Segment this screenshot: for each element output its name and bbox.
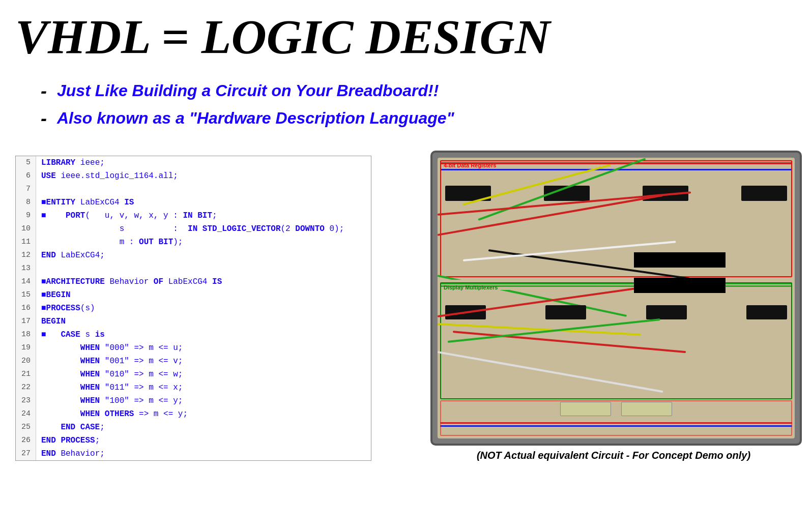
code-line-22: 22 WHEN "011" => m <= x; xyxy=(16,381,371,394)
line-content-21: WHEN "010" => m <= w; xyxy=(36,368,183,381)
dash-2: - xyxy=(41,108,47,129)
ic-row-1 xyxy=(445,186,787,201)
code-line-19: 19 WHEN "000" => m <= u; xyxy=(16,341,371,355)
subtitle-section: - Just Like Building a Circuit on Your B… xyxy=(0,69,812,140)
red-box-bottom xyxy=(440,400,792,436)
line-content-16: ■PROCESS(s) xyxy=(36,302,95,315)
red-box-top: 4-bit Data Registers xyxy=(440,160,792,277)
code-line-16: 16 ■PROCESS(s) xyxy=(16,302,371,315)
line-num-27: 27 xyxy=(16,447,36,460)
red-box-label: 4-bit Data Registers xyxy=(444,162,496,168)
line-num-20: 20 xyxy=(16,355,36,368)
line-content-9: ■ PORT( u, v, w, x, y : IN BIT; xyxy=(36,209,217,222)
line-content-27: END Behavior; xyxy=(36,447,105,460)
main-title: VHDL = LOGIC DESIGN xyxy=(0,0,812,69)
ic-chip-5 xyxy=(445,305,486,319)
code-line-17: 17 BEGIN xyxy=(16,315,371,328)
equals-bar-bottom xyxy=(634,278,726,293)
code-line-27: 27 END Behavior; xyxy=(16,447,371,460)
subtitle-line-2: - Also known as a "Hardware Description … xyxy=(41,108,771,129)
line-content-13 xyxy=(36,262,46,275)
breadboard-body: 4-bit Data Registers xyxy=(438,158,795,438)
line-num-25: 25 xyxy=(16,421,36,434)
code-line-20: 20 WHEN "001" => m <= v; xyxy=(16,355,371,368)
code-line-7: 7 xyxy=(16,183,371,196)
ic-chip-2 xyxy=(544,186,590,201)
code-panel: 5 LIBRARY ieee; 6 USE ieee.std_logic_116… xyxy=(15,156,371,461)
line-content-24: WHEN OTHERS => m <= y; xyxy=(36,407,188,421)
ic-chip-7 xyxy=(646,305,687,319)
line-content-14: ■ARCHITECTURE Behavior OF LabExCG4 IS xyxy=(36,275,222,288)
line-content-17: BEGIN xyxy=(36,315,66,328)
line-num-7: 7 xyxy=(16,183,36,196)
equals-bar-top xyxy=(634,252,726,268)
line-content-19: WHEN "000" => m <= u; xyxy=(36,341,183,355)
line-num-5: 5 xyxy=(16,156,36,169)
line-num-6: 6 xyxy=(16,169,36,183)
breadboard-image: 4-bit Data Registers xyxy=(430,151,802,446)
ic-chip-8 xyxy=(746,305,787,319)
equals-symbol xyxy=(634,252,726,293)
line-content-6: USE ieee.std_logic_1164.all; xyxy=(36,169,178,183)
line-num-22: 22 xyxy=(16,381,36,394)
code-line-24: 24 WHEN OTHERS => m <= y; xyxy=(16,407,371,421)
breadboard-container: 4-bit Data Registers xyxy=(430,151,797,465)
line-num-18: 18 xyxy=(16,328,36,341)
line-content-26: END PROCESS; xyxy=(36,434,100,447)
line-num-13: 13 xyxy=(16,262,36,275)
subtitle-text-1: Just Like Building a Circuit on Your Bre… xyxy=(57,81,439,100)
line-num-8: 8 xyxy=(16,196,36,209)
line-num-23: 23 xyxy=(16,394,36,407)
ic-chip-3 xyxy=(643,186,688,201)
line-content-23: WHEN "100" => m <= y; xyxy=(36,394,183,407)
line-num-14: 14 xyxy=(16,275,36,288)
line-num-24: 24 xyxy=(16,407,36,421)
line-num-11: 11 xyxy=(16,236,36,249)
dash-1: - xyxy=(41,80,47,102)
line-content-20: WHEN "001" => m <= v; xyxy=(36,355,183,368)
caption-area: (NOT Actual equivalent Circuit - For Con… xyxy=(430,446,797,465)
line-num-16: 16 xyxy=(16,302,36,315)
code-line-21: 21 WHEN "010" => m <= w; xyxy=(16,368,371,381)
code-line-6: 6 USE ieee.std_logic_1164.all; xyxy=(16,169,371,183)
code-line-18: 18 ■ CASE s is xyxy=(16,328,371,341)
line-num-10: 10 xyxy=(16,222,36,236)
line-num-9: 9 xyxy=(16,209,36,222)
content-area: 5 LIBRARY ieee; 6 USE ieee.std_logic_116… xyxy=(0,151,812,466)
line-num-17: 17 xyxy=(16,315,36,328)
line-content-10: s : IN STD_LOGIC_VECTOR(2 DOWNTO 0); xyxy=(36,222,344,236)
code-line-8: 8 ■ENTITY LabExCG4 IS xyxy=(16,196,371,209)
line-num-12: 12 xyxy=(16,249,36,262)
ic-chip-6 xyxy=(545,305,586,319)
code-line-5: 5 LIBRARY ieee; xyxy=(16,156,371,169)
line-content-22: WHEN "011" => m <= x; xyxy=(36,381,183,394)
code-line-15: 15 ■BEGIN xyxy=(16,288,371,302)
line-content-12: END LabExCG4; xyxy=(36,249,105,262)
code-line-14: 14 ■ARCHITECTURE Behavior OF LabExCG4 IS xyxy=(16,275,371,288)
code-line-11: 11 m : OUT BIT); xyxy=(16,236,371,249)
green-box-label: Display Multiplexers xyxy=(444,284,498,290)
code-line-9: 9 ■ PORT( u, v, w, x, y : IN BIT; xyxy=(16,209,371,222)
line-num-21: 21 xyxy=(16,368,36,381)
line-content-8: ■ENTITY LabExCG4 IS xyxy=(36,196,134,209)
line-content-25: END CASE; xyxy=(36,421,105,434)
ic-chip-4 xyxy=(741,186,787,201)
line-content-18: ■ CASE s is xyxy=(36,328,105,341)
code-line-12: 12 END LabExCG4; xyxy=(16,249,371,262)
ic-row-2 xyxy=(445,305,787,319)
line-content-5: LIBRARY ieee; xyxy=(36,156,105,169)
subtitle-text-2: Also known as a "Hardware Description La… xyxy=(57,109,454,128)
subtitle-line-1: - Just Like Building a Circuit on Your B… xyxy=(41,80,771,102)
code-line-10: 10 s : IN STD_LOGIC_VECTOR(2 DOWNTO 0); xyxy=(16,222,371,236)
code-line-13: 13 xyxy=(16,262,371,275)
line-content-15: ■BEGIN xyxy=(36,288,71,302)
code-line-26: 26 END PROCESS; xyxy=(16,434,371,447)
line-num-15: 15 xyxy=(16,288,36,302)
code-line-25: 25 END CASE; xyxy=(16,421,371,434)
line-num-19: 19 xyxy=(16,341,36,355)
ic-chip-1 xyxy=(445,186,491,201)
green-box: Display Multiplexers xyxy=(440,282,792,399)
code-line-23: 23 WHEN "100" => m <= y; xyxy=(16,394,371,407)
line-content-11: m : OUT BIT); xyxy=(36,236,183,249)
line-num-26: 26 xyxy=(16,434,36,447)
